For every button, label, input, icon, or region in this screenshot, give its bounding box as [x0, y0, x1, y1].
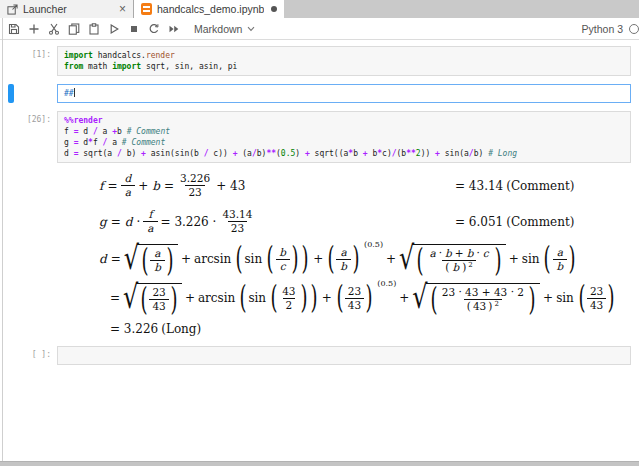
math-variable: a	[124, 186, 132, 199]
code-token: f	[93, 138, 103, 147]
math-variable: d	[98, 252, 108, 266]
math-text: 43	[348, 299, 361, 312]
math-variable: b	[153, 261, 162, 274]
code-token: c))	[209, 149, 233, 158]
math-text: = 6.051	[455, 215, 503, 229]
code-line	[64, 350, 624, 361]
math-roman: sin	[556, 291, 574, 305]
code-token: asin(sin(b	[146, 149, 204, 158]
radical-icon: √	[399, 242, 414, 274]
right-paren: )	[608, 282, 615, 314]
copy-cells-button[interactable]	[65, 20, 82, 37]
add-cell-button[interactable]	[25, 20, 42, 37]
interrupt-kernel-button[interactable]	[125, 20, 142, 37]
math-sqrt: √(23 · 43 + 43 · 2(43)2)	[412, 283, 540, 313]
sqrt-body: (2343)	[136, 283, 182, 313]
math-variable: b	[556, 260, 565, 273]
cell-type-dropdown[interactable]: Markdown	[194, 23, 255, 35]
math-superscript: (0.5)	[377, 279, 396, 288]
math-text: 23	[590, 285, 603, 298]
math-roman: sin	[244, 252, 262, 266]
math-roman: arcsin	[198, 291, 235, 305]
restart-kernel-button[interactable]	[145, 20, 162, 37]
restart-run-all-button[interactable]	[165, 20, 182, 37]
math-paren-group: (sin(bc))	[234, 246, 310, 273]
tab-notebook[interactable]: handcalcs_demo.ipynb	[134, 0, 284, 18]
cell-1: [1]:import handcalcs.renderfrom math imp…	[0, 46, 631, 76]
tab-label: handcalcs_demo.ipynb	[157, 3, 264, 15]
paren-content: 23 · 43 + 43 · 2(43)2	[439, 286, 527, 313]
left-paren: (	[430, 283, 437, 315]
code-token: b)	[474, 149, 488, 158]
right-paren: )	[528, 283, 535, 315]
code-line: import handcalcs.render	[64, 50, 624, 61]
code-line: g = d*f / a # Comment	[64, 137, 624, 148]
fraction-denominator: 43	[345, 298, 364, 312]
code-line: %%render	[64, 115, 624, 126]
fraction-denominator: b	[336, 259, 351, 273]
code-token: b	[117, 127, 127, 136]
math-roman: (Comment)	[506, 215, 574, 229]
notebook-toolbar: Markdown Python 3	[0, 18, 639, 40]
run-button[interactable]	[105, 20, 122, 37]
math-paren-group: (432)	[269, 285, 309, 312]
code-token: **	[266, 149, 276, 158]
chevron-down-icon	[247, 26, 255, 32]
math-paren-group: (bc)	[265, 246, 300, 273]
right-paren: )	[569, 243, 576, 275]
math-text: +	[322, 291, 332, 305]
text-cursor	[74, 88, 75, 97]
fraction-numerator: 43.14	[219, 208, 255, 221]
math-variable: b	[444, 247, 453, 260]
kernel-status-icon[interactable]	[629, 24, 639, 34]
paste-cells-button[interactable]	[85, 20, 102, 37]
tab-bar: Launcher × handcalcs_demo.ipynb	[0, 0, 639, 18]
math-text: 3.226	[180, 172, 210, 185]
save-button[interactable]	[5, 20, 22, 37]
math-fraction: 3.22623	[177, 172, 213, 199]
math-line: = 3.226(Long)	[110, 322, 631, 336]
cell-output: f=da+b=3.22623+ 43= 43.14(Comment)g=d·fa…	[57, 163, 631, 338]
status-bar	[0, 461, 639, 466]
math-text: )	[462, 261, 466, 274]
equation: =√(2343)+arcsin(sin(432))+(2343)(0.5)+√(…	[110, 283, 616, 313]
code-token: %%render	[64, 116, 103, 125]
math-superscript: 2	[468, 259, 472, 272]
code-token: g	[64, 138, 74, 147]
panel-border	[2, 18, 3, 466]
code-token: # Comment	[122, 138, 165, 147]
fraction-numerator: a	[150, 247, 164, 260]
cell-input[interactable]: ##	[57, 84, 631, 103]
left-paren: (	[141, 283, 148, 315]
cell-input[interactable]	[57, 346, 631, 365]
right-paren: )	[366, 282, 373, 314]
cut-icon	[48, 23, 60, 35]
fraction-denominator: 23	[185, 185, 204, 199]
paren-content: a·b+b·c(b)2	[425, 247, 492, 274]
math-superscript: 2	[494, 298, 498, 311]
math-variable: g	[98, 215, 108, 229]
code-token: math	[83, 62, 112, 71]
cut-cells-button[interactable]	[45, 20, 62, 37]
code-token: import	[64, 51, 93, 60]
right-paren: )	[302, 243, 309, 275]
cell-type-value: Markdown	[194, 23, 242, 35]
math-fraction: ab	[150, 247, 165, 274]
math-fraction: 43.1423	[219, 208, 255, 235]
math-fraction: ab	[336, 246, 351, 273]
cell-input[interactable]: import handcalcs.renderfrom math import …	[57, 46, 631, 76]
kernel-indicator: Python 3	[582, 23, 639, 35]
math-fraction: a·b+b·c(b)2	[425, 247, 492, 274]
math-text: +	[543, 291, 553, 305]
right-paren: )	[353, 243, 360, 275]
left-paren: (	[240, 282, 247, 314]
close-icon[interactable]: ×	[119, 4, 126, 14]
code-token: d	[78, 138, 88, 147]
math-text: +	[386, 252, 396, 266]
tab-launcher[interactable]: Launcher ×	[0, 0, 134, 18]
math-sqrt: √(ab)	[124, 244, 178, 274]
math-text: 23	[188, 186, 201, 199]
cell-input[interactable]: %%renderf = d / a +b # Commentg = d*f / …	[57, 111, 631, 163]
math-variable: f	[147, 208, 153, 221]
kernel-name[interactable]: Python 3	[582, 23, 623, 35]
